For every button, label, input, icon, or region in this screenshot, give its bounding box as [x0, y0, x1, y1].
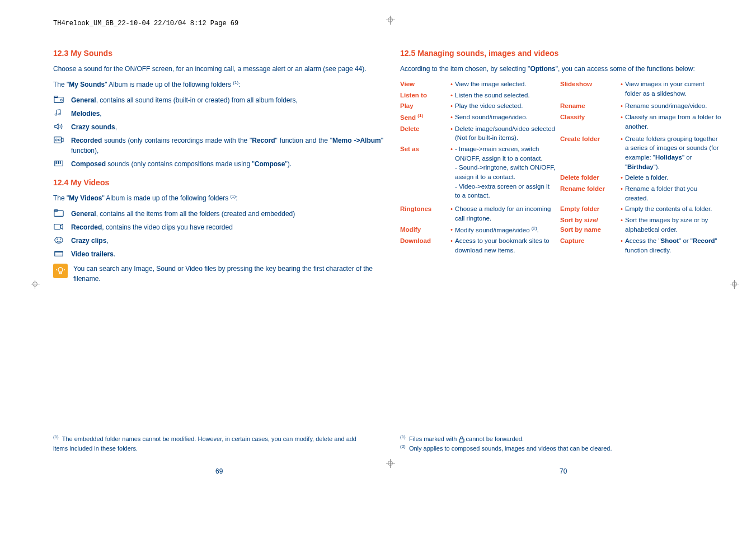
header-filepath: TH4relook_UM_GB_22-10-04 22/10/04 8:12 P… — [53, 20, 238, 27]
svg-rect-9 — [56, 161, 57, 164]
list-item: General, contains all sound items (built… — [53, 95, 383, 105]
page-right: 12.5Managing sounds, images and videos A… — [400, 48, 730, 255]
page-number-right: 70 — [560, 467, 567, 475]
opt-renamefolder-label: Rename folder — [560, 184, 616, 203]
composed-icon — [53, 159, 64, 168]
section-heading-12-5: 12.5Managing sounds, images and videos — [400, 48, 730, 59]
registration-mark-icon — [31, 280, 40, 289]
opt-rename-label: Rename — [560, 101, 616, 111]
section-heading-12-4: 12.4My Videos — [53, 177, 383, 189]
list-item: Crazy clips, — [53, 236, 383, 246]
svg-point-2 — [60, 99, 63, 101]
crazy-clips-icon — [53, 236, 64, 245]
svg-point-15 — [55, 237, 63, 243]
opt-sort-label: Sort by size/Sort by name — [560, 216, 616, 235]
section-heading-12-3: 12.3My Sounds — [53, 48, 383, 59]
opt-slideshow-label: Slideshow — [560, 79, 616, 100]
svg-rect-18 — [55, 251, 63, 256]
opt-capture-label: Capture — [560, 236, 616, 255]
opt-listen-label: Listen to — [400, 91, 446, 100]
crazy-sounds-icon — [53, 122, 64, 131]
tip-lightbulb-icon — [53, 264, 68, 278]
intro-text: According to the item chosen, by selecti… — [400, 64, 730, 74]
intro-text: Choose a sound for the ON/OFF screen, fo… — [53, 64, 383, 74]
svg-rect-11 — [60, 161, 61, 164]
opt-deletefolder-label: Delete folder — [560, 173, 616, 182]
videos-folders-intro: The "My Videos" Album is made up of the … — [53, 193, 383, 203]
list-item: Crazy sounds, — [53, 122, 383, 132]
list-item: Melodies, — [53, 109, 383, 119]
svg-rect-12 — [54, 211, 63, 217]
registration-mark-icon — [386, 16, 395, 25]
opt-delete-label: Delete — [400, 124, 446, 143]
lock-icon — [459, 436, 464, 442]
tip-text: You can search any Image, Sound or Video… — [73, 264, 383, 284]
svg-point-21 — [58, 268, 63, 272]
opt-emptyfolder-label: Empty folder — [560, 204, 616, 214]
list-item: Recorded sounds (only contains recording… — [53, 135, 383, 156]
svg-point-6 — [55, 139, 58, 141]
svg-rect-14 — [54, 224, 60, 229]
registration-mark-icon — [730, 280, 739, 289]
list-item: Recorded, contains the video clips you h… — [53, 222, 383, 232]
opt-send-label: Send (1) — [400, 113, 446, 123]
folder-general-icon — [53, 209, 64, 218]
melodies-icon — [53, 109, 64, 118]
opt-view-label: View — [400, 79, 446, 89]
trailers-icon — [53, 249, 64, 258]
opt-createfolder-label: Create folder — [560, 134, 616, 172]
svg-rect-10 — [58, 161, 59, 164]
footnote-left: (1) The embedded folder names cannot be … — [53, 434, 372, 453]
list-item: Video trailers. — [53, 249, 383, 259]
svg-rect-22 — [59, 272, 62, 274]
svg-point-17 — [60, 238, 61, 240]
list-item: General, contains all the items from all… — [53, 209, 383, 219]
svg-point-7 — [58, 139, 60, 141]
footnote-right: (1) Files marked with cannot be forwarde… — [400, 434, 713, 453]
page-left: 12.3My Sounds Choose a sound for the ON/… — [53, 48, 383, 284]
recorded-icon — [53, 135, 64, 144]
opt-setas-label: Set as — [400, 144, 446, 203]
videos-folder-list: General, contains all the items from all… — [53, 209, 383, 259]
opt-play-label: Play — [400, 101, 446, 111]
opt-modify-label: Modify — [400, 225, 446, 235]
opt-download-label: Download — [400, 236, 446, 255]
opt-ringtones-label: Ringtones — [400, 204, 446, 223]
svg-rect-0 — [54, 97, 63, 103]
list-item: Composed sounds (only contains compositi… — [53, 159, 383, 169]
svg-point-16 — [57, 238, 58, 240]
page-number-left: 69 — [215, 467, 223, 475]
video-recorded-icon — [53, 222, 64, 231]
options-grid: View • View the image selected. Slidesho… — [400, 79, 730, 255]
opt-classify-label: Classify — [560, 113, 616, 133]
svg-point-3 — [55, 114, 57, 115]
sounds-folder-list: General, contains all sound items (built… — [53, 95, 383, 169]
tip-box: You can search any Image, Sound or Video… — [53, 264, 383, 284]
folder-general-icon — [53, 95, 64, 104]
svg-rect-25 — [459, 439, 464, 442]
registration-mark-icon — [386, 459, 395, 468]
sounds-folders-intro: The "My Sounds" Album is made up of the … — [53, 79, 383, 90]
